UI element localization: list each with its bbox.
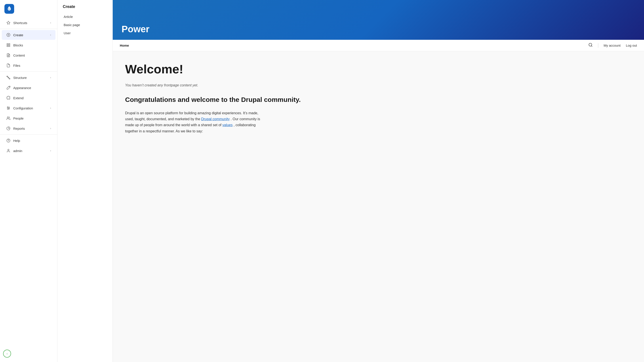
file-text-icon bbox=[6, 53, 10, 58]
page-content: Welcome! You haven’t created any frontpa… bbox=[113, 51, 644, 362]
submenu-item-article[interactable]: Article bbox=[61, 12, 109, 21]
sidebar-item-label: Structure bbox=[13, 76, 27, 80]
chevron-right-icon: › bbox=[50, 127, 51, 130]
values-link[interactable]: values bbox=[222, 123, 232, 127]
sidebar-item-label: Extend bbox=[13, 96, 24, 100]
chevron-right-icon: › bbox=[50, 21, 51, 24]
submenu-panel: Create Article Basic page User bbox=[58, 0, 113, 362]
collapse-sidebar-button[interactable]: ‹ bbox=[3, 350, 11, 358]
svg-point-20 bbox=[8, 107, 8, 108]
sidebar-item-label: Shortcuts bbox=[13, 21, 27, 25]
hero-text: Power bbox=[122, 24, 150, 34]
frontpage-notice: You haven’t created any frontpage conten… bbox=[125, 83, 634, 87]
sidebar-item-label: Configuration bbox=[13, 106, 33, 110]
svg-rect-6 bbox=[9, 44, 10, 45]
sliders-icon bbox=[6, 106, 10, 110]
svg-marker-1 bbox=[7, 21, 10, 24]
log-out-link[interactable]: Log out bbox=[626, 44, 637, 47]
top-navigation: Home My account Log out bbox=[113, 40, 644, 51]
sidebar-item-label: admin bbox=[13, 149, 22, 153]
welcome-body: Drupal is an open source platform for bu… bbox=[125, 110, 262, 134]
sidebar-item-reports[interactable]: Reports › bbox=[2, 124, 56, 133]
svg-point-22 bbox=[8, 109, 8, 110]
my-account-link[interactable]: My account bbox=[604, 44, 620, 47]
submenu-item-user[interactable]: User bbox=[61, 29, 109, 37]
sidebar-logo bbox=[0, 0, 57, 18]
svg-line-14 bbox=[7, 77, 8, 77]
star-icon bbox=[6, 20, 10, 25]
structure-icon bbox=[6, 75, 10, 80]
chevron-right-icon: › bbox=[50, 149, 51, 152]
chevron-right-icon: › bbox=[50, 106, 51, 110]
svg-point-24 bbox=[7, 139, 10, 142]
pie-chart-icon bbox=[6, 126, 10, 130]
plus-circle-icon bbox=[6, 33, 10, 37]
help-circle-icon bbox=[6, 138, 10, 143]
svg-point-23 bbox=[7, 117, 8, 118]
main-area: Power Home My account Log out Welcome! Y… bbox=[113, 0, 644, 362]
search-icon[interactable] bbox=[588, 43, 593, 48]
grid-icon bbox=[6, 43, 10, 47]
sidebar-item-shortcuts[interactable]: Shortcuts › bbox=[2, 18, 56, 28]
sidebar-item-appearance[interactable]: Appearance bbox=[2, 83, 56, 92]
sidebar-item-label: Help bbox=[13, 139, 20, 142]
sidebar-item-label: Content bbox=[13, 54, 25, 57]
chevron-right-icon: › bbox=[50, 33, 51, 36]
nav-divider bbox=[598, 43, 598, 48]
svg-rect-7 bbox=[9, 46, 10, 47]
users-icon bbox=[6, 116, 10, 120]
svg-point-21 bbox=[9, 108, 10, 108]
svg-rect-5 bbox=[7, 44, 8, 45]
sidebar-item-admin[interactable]: admin › bbox=[2, 146, 56, 156]
divider-1 bbox=[0, 29, 57, 29]
congrats-title: Congratulations and welcome to the Drupa… bbox=[125, 95, 634, 104]
sidebar-item-label: People bbox=[13, 116, 24, 120]
divider-3 bbox=[0, 134, 57, 134]
svg-line-28 bbox=[592, 46, 592, 47]
svg-line-16 bbox=[9, 87, 10, 87]
welcome-title: Welcome! bbox=[125, 62, 634, 76]
svg-line-15 bbox=[8, 78, 10, 78]
user-circle-icon bbox=[6, 148, 10, 153]
sidebar-item-label: Appearance bbox=[13, 86, 31, 90]
hero-banner: Power bbox=[113, 0, 644, 40]
sidebar-item-help[interactable]: Help bbox=[2, 136, 56, 146]
svg-point-0 bbox=[8, 8, 9, 9]
sidebar-item-label: Blocks bbox=[13, 43, 23, 47]
brush-icon bbox=[6, 86, 10, 90]
submenu-item-basic-page[interactable]: Basic page bbox=[61, 21, 109, 29]
sidebar-item-create[interactable]: Create › bbox=[2, 30, 56, 40]
sidebar-item-configuration[interactable]: Configuration › bbox=[2, 103, 56, 113]
sidebar-item-people[interactable]: People bbox=[2, 113, 56, 123]
drupal-logo-icon[interactable] bbox=[4, 4, 14, 14]
svg-rect-8 bbox=[7, 46, 8, 47]
sidebar-item-files[interactable]: Files bbox=[2, 60, 56, 70]
sidebar-item-structure[interactable]: Structure › bbox=[2, 73, 56, 82]
chevron-right-icon: › bbox=[50, 76, 51, 79]
sidebar-item-content[interactable]: Content bbox=[2, 50, 56, 60]
sidebar-item-label: Reports bbox=[13, 127, 25, 130]
puzzle-icon bbox=[6, 96, 10, 100]
sidebar-item-blocks[interactable]: Blocks bbox=[2, 40, 56, 50]
file-icon bbox=[6, 63, 10, 68]
sidebar-item-label: Create bbox=[13, 33, 23, 37]
svg-point-26 bbox=[8, 149, 9, 150]
sidebar-item-extend[interactable]: Extend bbox=[2, 93, 56, 103]
sidebar: Shortcuts › Create › Blocks Content bbox=[0, 0, 58, 362]
submenu-title: Create bbox=[61, 4, 109, 9]
home-nav-link[interactable]: Home bbox=[120, 44, 129, 47]
drupal-community-link[interactable]: Drupal community bbox=[201, 117, 230, 121]
sidebar-item-label: Files bbox=[13, 64, 20, 68]
